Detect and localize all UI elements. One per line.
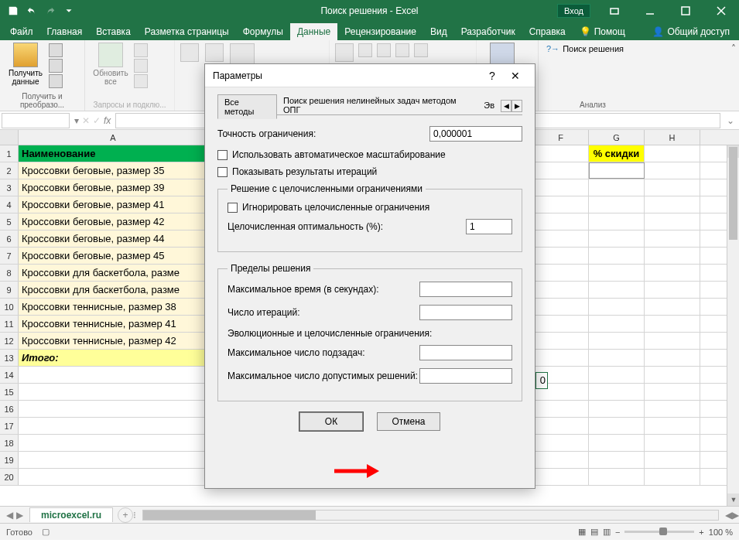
iterations-input[interactable]: [419, 305, 512, 320]
scroll-left-icon[interactable]: ◀: [725, 510, 732, 521]
cell-G19[interactable]: [589, 452, 645, 468]
from-text-icon[interactable]: [49, 43, 63, 57]
from-web-icon[interactable]: [49, 59, 63, 73]
cell-F3[interactable]: [533, 179, 589, 196]
precision-input[interactable]: [429, 126, 522, 142]
cell-F2[interactable]: [533, 162, 589, 179]
cell-H9[interactable]: [645, 282, 700, 298]
view-normal-icon[interactable]: ▦: [578, 527, 586, 537]
tab-grg-nonlinear[interactable]: Поиск решения нелинейных задач методом О…: [277, 94, 477, 118]
cell-A3[interactable]: Кроссовки беговые, размер 39: [19, 179, 208, 196]
tab-insert[interactable]: Вставка: [89, 23, 138, 40]
row-header-13[interactable]: 13: [0, 350, 19, 366]
cell-H17[interactable]: [645, 418, 700, 434]
cell-F19[interactable]: [533, 452, 589, 468]
auto-scaling-checkbox[interactable]: [217, 150, 228, 160]
zoom-out-icon[interactable]: −: [615, 528, 620, 537]
expand-formula-icon[interactable]: ⌄: [722, 115, 739, 126]
cell-A16[interactable]: [19, 401, 208, 417]
redo-icon[interactable]: [42, 2, 59, 19]
cell-H5[interactable]: [645, 213, 700, 230]
sheet-tab-active[interactable]: microexcel.ru: [29, 507, 113, 522]
cell-A2[interactable]: Кроссовки беговые, размер 35: [19, 162, 208, 179]
cell-A5[interactable]: Кроссовки беговые, размер 42: [19, 213, 208, 230]
close-icon[interactable]: [703, 0, 739, 22]
row-header-7[interactable]: 7: [0, 248, 19, 264]
cell-G12[interactable]: [589, 333, 645, 349]
row-header-15[interactable]: 15: [0, 384, 19, 400]
remove-duplicates-icon[interactable]: [377, 43, 391, 57]
zoom-slider[interactable]: [624, 531, 694, 533]
minimize-icon[interactable]: [632, 0, 668, 22]
cell-F9[interactable]: [533, 282, 589, 298]
row-header-20[interactable]: 20: [0, 469, 19, 485]
add-sheet-button[interactable]: +: [118, 507, 133, 523]
cell-G14[interactable]: [589, 367, 645, 383]
row-header-5[interactable]: 5: [0, 213, 19, 230]
scroll-thumb-h[interactable]: [143, 510, 316, 520]
tab-review[interactable]: Рецензирование: [337, 23, 423, 40]
cell-F6[interactable]: [533, 230, 589, 247]
row-header-17[interactable]: 17: [0, 418, 19, 434]
row-header-1[interactable]: 1: [0, 145, 19, 162]
save-icon[interactable]: [5, 2, 22, 19]
sheet-prev-icon[interactable]: ◀: [6, 510, 13, 521]
cell-A10[interactable]: Кроссовки теннисные, размер 38: [19, 299, 208, 315]
integer-optimality-input[interactable]: [466, 219, 512, 234]
cell-H15[interactable]: [645, 384, 700, 400]
zoom-level[interactable]: 100 %: [709, 528, 733, 537]
select-all-corner[interactable]: [0, 130, 19, 145]
tab-view[interactable]: Вид: [423, 23, 454, 40]
data-validation-icon[interactable]: [395, 43, 409, 57]
dialog-help-icon[interactable]: ?: [481, 70, 504, 82]
flash-fill-icon[interactable]: [358, 43, 372, 57]
tab-home[interactable]: Главная: [40, 23, 90, 40]
cell-F18[interactable]: [533, 435, 589, 451]
macro-record-icon[interactable]: ▢: [42, 527, 50, 537]
scroll-thumb-v[interactable]: [729, 147, 737, 240]
row-header-11[interactable]: 11: [0, 316, 19, 332]
horizontal-scrollbar[interactable]: [142, 510, 719, 521]
tell-me[interactable]: 💡 Помощ: [573, 23, 632, 40]
cell-H7[interactable]: [645, 248, 700, 264]
cell-G8[interactable]: [589, 265, 645, 281]
cell-H2[interactable]: [645, 162, 700, 179]
cancel-button[interactable]: Отмена: [377, 412, 440, 431]
cell-H18[interactable]: [645, 435, 700, 451]
get-data-button[interactable]: Получить данные: [5, 43, 46, 86]
cell-H19[interactable]: [645, 452, 700, 468]
cell-A6[interactable]: Кроссовки беговые, размер 44: [19, 230, 208, 247]
cell-F7[interactable]: [533, 248, 589, 264]
fx-icon[interactable]: fx: [104, 115, 111, 126]
view-break-icon[interactable]: ▥: [603, 527, 611, 537]
ribbon-display-icon[interactable]: [597, 0, 632, 22]
cell-G11[interactable]: [589, 316, 645, 332]
cell-A17[interactable]: [19, 418, 208, 434]
tab-formulas[interactable]: Формулы: [236, 23, 290, 40]
cell-F17[interactable]: [533, 418, 589, 434]
cell-A18[interactable]: [19, 435, 208, 451]
cell-F10[interactable]: [533, 299, 589, 315]
cell-G6[interactable]: [589, 230, 645, 247]
zoom-in-icon[interactable]: +: [699, 528, 703, 537]
cell-A12[interactable]: Кроссовки теннисные, размер 42: [19, 333, 208, 349]
col-header-A[interactable]: A: [19, 130, 208, 145]
row-header-4[interactable]: 4: [0, 196, 19, 213]
cell-G16[interactable]: [589, 401, 645, 417]
cell-A8[interactable]: Кроссовки для баскетбола, разме: [19, 265, 208, 281]
cell-G5[interactable]: [589, 213, 645, 230]
max-feasible-input[interactable]: [419, 368, 512, 384]
login-button[interactable]: Вход: [557, 4, 590, 18]
cell-A9[interactable]: Кроссовки для баскетбола, разме: [19, 282, 208, 298]
sheet-next-icon[interactable]: ▶: [16, 510, 23, 521]
refresh-all-button[interactable]: Обновить все: [90, 43, 132, 86]
tab-page-layout[interactable]: Разметка страницы: [138, 23, 236, 40]
show-iterations-checkbox[interactable]: [217, 167, 228, 177]
solver-button[interactable]: ?→ Поиск решения: [543, 43, 642, 55]
cell-H1[interactable]: [645, 145, 700, 162]
cell-A15[interactable]: [19, 384, 208, 400]
sort-za-icon[interactable]: [205, 43, 224, 62]
tab-all-methods[interactable]: Все методы: [217, 94, 277, 119]
cell-G10[interactable]: [589, 299, 645, 315]
tab-developer[interactable]: Разработчик: [454, 23, 522, 40]
